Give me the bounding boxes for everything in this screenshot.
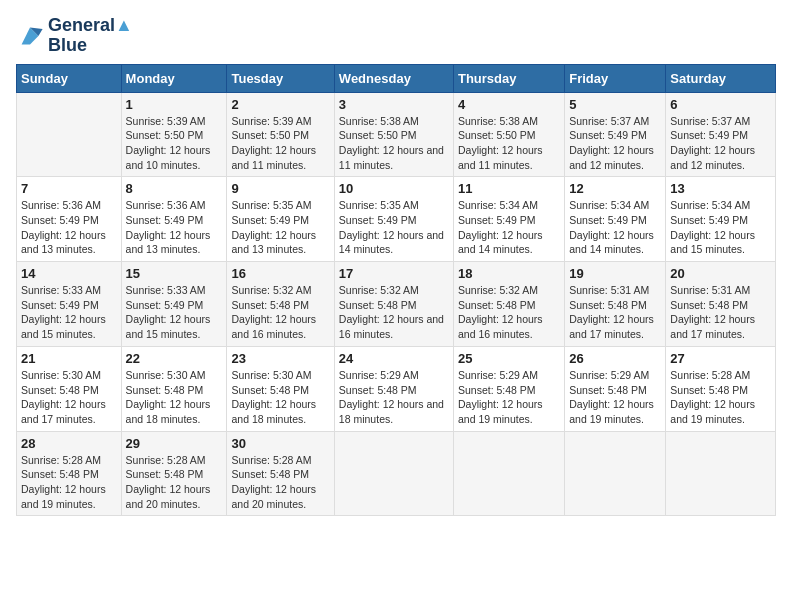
calendar-cell bbox=[334, 431, 453, 516]
day-detail: Sunrise: 5:32 AM Sunset: 5:48 PM Dayligh… bbox=[339, 283, 449, 342]
calendar-cell: 14 Sunrise: 5:33 AM Sunset: 5:49 PM Dayl… bbox=[17, 262, 122, 347]
calendar-cell: 16 Sunrise: 5:32 AM Sunset: 5:48 PM Dayl… bbox=[227, 262, 334, 347]
calendar-body: 1 Sunrise: 5:39 AM Sunset: 5:50 PM Dayli… bbox=[17, 92, 776, 516]
day-number: 8 bbox=[126, 181, 223, 196]
day-detail: Sunrise: 5:28 AM Sunset: 5:48 PM Dayligh… bbox=[126, 453, 223, 512]
calendar-cell: 4 Sunrise: 5:38 AM Sunset: 5:50 PM Dayli… bbox=[453, 92, 564, 177]
weekday-header: Sunday bbox=[17, 64, 122, 92]
day-number: 10 bbox=[339, 181, 449, 196]
day-number: 3 bbox=[339, 97, 449, 112]
calendar-cell: 11 Sunrise: 5:34 AM Sunset: 5:49 PM Dayl… bbox=[453, 177, 564, 262]
day-number: 12 bbox=[569, 181, 661, 196]
day-number: 29 bbox=[126, 436, 223, 451]
day-detail: Sunrise: 5:39 AM Sunset: 5:50 PM Dayligh… bbox=[126, 114, 223, 173]
calendar-cell: 30 Sunrise: 5:28 AM Sunset: 5:48 PM Dayl… bbox=[227, 431, 334, 516]
calendar-cell: 29 Sunrise: 5:28 AM Sunset: 5:48 PM Dayl… bbox=[121, 431, 227, 516]
day-detail: Sunrise: 5:34 AM Sunset: 5:49 PM Dayligh… bbox=[458, 198, 560, 257]
day-detail: Sunrise: 5:31 AM Sunset: 5:48 PM Dayligh… bbox=[569, 283, 661, 342]
calendar-cell bbox=[453, 431, 564, 516]
day-number: 7 bbox=[21, 181, 117, 196]
day-detail: Sunrise: 5:29 AM Sunset: 5:48 PM Dayligh… bbox=[339, 368, 449, 427]
calendar-cell: 7 Sunrise: 5:36 AM Sunset: 5:49 PM Dayli… bbox=[17, 177, 122, 262]
day-detail: Sunrise: 5:35 AM Sunset: 5:49 PM Dayligh… bbox=[339, 198, 449, 257]
weekday-header: Thursday bbox=[453, 64, 564, 92]
calendar-cell: 23 Sunrise: 5:30 AM Sunset: 5:48 PM Dayl… bbox=[227, 346, 334, 431]
calendar-cell: 18 Sunrise: 5:32 AM Sunset: 5:48 PM Dayl… bbox=[453, 262, 564, 347]
day-number: 23 bbox=[231, 351, 329, 366]
day-number: 9 bbox=[231, 181, 329, 196]
weekday-header: Monday bbox=[121, 64, 227, 92]
day-number: 18 bbox=[458, 266, 560, 281]
calendar-cell: 28 Sunrise: 5:28 AM Sunset: 5:48 PM Dayl… bbox=[17, 431, 122, 516]
day-detail: Sunrise: 5:30 AM Sunset: 5:48 PM Dayligh… bbox=[21, 368, 117, 427]
weekday-header: Tuesday bbox=[227, 64, 334, 92]
calendar-cell: 24 Sunrise: 5:29 AM Sunset: 5:48 PM Dayl… bbox=[334, 346, 453, 431]
day-number: 30 bbox=[231, 436, 329, 451]
weekday-header: Wednesday bbox=[334, 64, 453, 92]
calendar-week-row: 21 Sunrise: 5:30 AM Sunset: 5:48 PM Dayl… bbox=[17, 346, 776, 431]
day-detail: Sunrise: 5:36 AM Sunset: 5:49 PM Dayligh… bbox=[126, 198, 223, 257]
calendar-week-row: 14 Sunrise: 5:33 AM Sunset: 5:49 PM Dayl… bbox=[17, 262, 776, 347]
calendar-table: SundayMondayTuesdayWednesdayThursdayFrid… bbox=[16, 64, 776, 517]
day-number: 25 bbox=[458, 351, 560, 366]
day-number: 27 bbox=[670, 351, 771, 366]
calendar-cell: 5 Sunrise: 5:37 AM Sunset: 5:49 PM Dayli… bbox=[565, 92, 666, 177]
calendar-cell: 26 Sunrise: 5:29 AM Sunset: 5:48 PM Dayl… bbox=[565, 346, 666, 431]
calendar-week-row: 1 Sunrise: 5:39 AM Sunset: 5:50 PM Dayli… bbox=[17, 92, 776, 177]
calendar-cell: 27 Sunrise: 5:28 AM Sunset: 5:48 PM Dayl… bbox=[666, 346, 776, 431]
day-detail: Sunrise: 5:29 AM Sunset: 5:48 PM Dayligh… bbox=[458, 368, 560, 427]
day-number: 2 bbox=[231, 97, 329, 112]
day-detail: Sunrise: 5:38 AM Sunset: 5:50 PM Dayligh… bbox=[458, 114, 560, 173]
calendar-cell: 2 Sunrise: 5:39 AM Sunset: 5:50 PM Dayli… bbox=[227, 92, 334, 177]
day-detail: Sunrise: 5:39 AM Sunset: 5:50 PM Dayligh… bbox=[231, 114, 329, 173]
calendar-cell: 9 Sunrise: 5:35 AM Sunset: 5:49 PM Dayli… bbox=[227, 177, 334, 262]
calendar-cell: 12 Sunrise: 5:34 AM Sunset: 5:49 PM Dayl… bbox=[565, 177, 666, 262]
calendar-cell bbox=[565, 431, 666, 516]
day-number: 24 bbox=[339, 351, 449, 366]
day-number: 1 bbox=[126, 97, 223, 112]
calendar-cell: 3 Sunrise: 5:38 AM Sunset: 5:50 PM Dayli… bbox=[334, 92, 453, 177]
calendar-cell: 1 Sunrise: 5:39 AM Sunset: 5:50 PM Dayli… bbox=[121, 92, 227, 177]
day-number: 16 bbox=[231, 266, 329, 281]
day-detail: Sunrise: 5:32 AM Sunset: 5:48 PM Dayligh… bbox=[231, 283, 329, 342]
day-detail: Sunrise: 5:28 AM Sunset: 5:48 PM Dayligh… bbox=[21, 453, 117, 512]
logo: General▲ Blue bbox=[16, 16, 133, 56]
calendar-week-row: 7 Sunrise: 5:36 AM Sunset: 5:49 PM Dayli… bbox=[17, 177, 776, 262]
day-number: 22 bbox=[126, 351, 223, 366]
calendar-header: SundayMondayTuesdayWednesdayThursdayFrid… bbox=[17, 64, 776, 92]
calendar-cell: 15 Sunrise: 5:33 AM Sunset: 5:49 PM Dayl… bbox=[121, 262, 227, 347]
calendar-cell: 25 Sunrise: 5:29 AM Sunset: 5:48 PM Dayl… bbox=[453, 346, 564, 431]
day-number: 5 bbox=[569, 97, 661, 112]
day-number: 14 bbox=[21, 266, 117, 281]
day-number: 17 bbox=[339, 266, 449, 281]
day-detail: Sunrise: 5:29 AM Sunset: 5:48 PM Dayligh… bbox=[569, 368, 661, 427]
calendar-cell: 20 Sunrise: 5:31 AM Sunset: 5:48 PM Dayl… bbox=[666, 262, 776, 347]
weekday-header: Friday bbox=[565, 64, 666, 92]
calendar-week-row: 28 Sunrise: 5:28 AM Sunset: 5:48 PM Dayl… bbox=[17, 431, 776, 516]
calendar-cell: 22 Sunrise: 5:30 AM Sunset: 5:48 PM Dayl… bbox=[121, 346, 227, 431]
logo-text: General▲ Blue bbox=[48, 16, 133, 56]
day-number: 11 bbox=[458, 181, 560, 196]
day-detail: Sunrise: 5:34 AM Sunset: 5:49 PM Dayligh… bbox=[670, 198, 771, 257]
calendar-cell: 6 Sunrise: 5:37 AM Sunset: 5:49 PM Dayli… bbox=[666, 92, 776, 177]
calendar-cell: 19 Sunrise: 5:31 AM Sunset: 5:48 PM Dayl… bbox=[565, 262, 666, 347]
day-detail: Sunrise: 5:30 AM Sunset: 5:48 PM Dayligh… bbox=[231, 368, 329, 427]
day-detail: Sunrise: 5:28 AM Sunset: 5:48 PM Dayligh… bbox=[231, 453, 329, 512]
day-number: 13 bbox=[670, 181, 771, 196]
day-detail: Sunrise: 5:38 AM Sunset: 5:50 PM Dayligh… bbox=[339, 114, 449, 173]
logo-icon bbox=[16, 22, 44, 50]
day-number: 15 bbox=[126, 266, 223, 281]
day-number: 28 bbox=[21, 436, 117, 451]
day-number: 19 bbox=[569, 266, 661, 281]
calendar-cell: 10 Sunrise: 5:35 AM Sunset: 5:49 PM Dayl… bbox=[334, 177, 453, 262]
day-detail: Sunrise: 5:33 AM Sunset: 5:49 PM Dayligh… bbox=[126, 283, 223, 342]
day-number: 4 bbox=[458, 97, 560, 112]
calendar-cell: 17 Sunrise: 5:32 AM Sunset: 5:48 PM Dayl… bbox=[334, 262, 453, 347]
day-detail: Sunrise: 5:31 AM Sunset: 5:48 PM Dayligh… bbox=[670, 283, 771, 342]
day-detail: Sunrise: 5:33 AM Sunset: 5:49 PM Dayligh… bbox=[21, 283, 117, 342]
header: General▲ Blue bbox=[16, 16, 776, 56]
day-number: 21 bbox=[21, 351, 117, 366]
day-detail: Sunrise: 5:35 AM Sunset: 5:49 PM Dayligh… bbox=[231, 198, 329, 257]
weekday-header: Saturday bbox=[666, 64, 776, 92]
calendar-cell: 13 Sunrise: 5:34 AM Sunset: 5:49 PM Dayl… bbox=[666, 177, 776, 262]
